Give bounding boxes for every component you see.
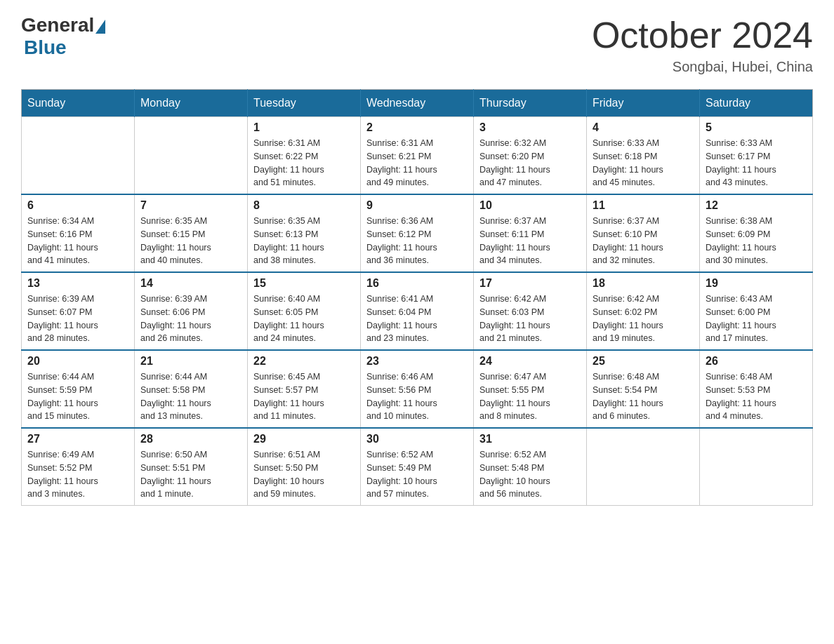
logo: General Blue [21,14,105,59]
calendar-week-row: 6Sunrise: 6:34 AM Sunset: 6:16 PM Daylig… [22,194,813,272]
day-info: Sunrise: 6:34 AM Sunset: 6:16 PM Dayligh… [27,215,128,267]
day-number: 2 [366,121,468,134]
day-info: Sunrise: 6:38 AM Sunset: 6:09 PM Dayligh… [706,215,807,267]
logo-blue-text: Blue [24,36,67,59]
day-number: 13 [27,277,128,290]
calendar-cell: 29Sunrise: 6:51 AM Sunset: 5:50 PM Dayli… [248,428,361,506]
calendar-week-row: 13Sunrise: 6:39 AM Sunset: 6:07 PM Dayli… [22,272,813,350]
day-number: 28 [140,433,241,445]
page-header: General Blue October 2024 Songbai, Hubei… [21,14,813,75]
day-info: Sunrise: 6:41 AM Sunset: 6:04 PM Dayligh… [366,293,468,345]
day-number: 21 [140,355,241,368]
day-info: Sunrise: 6:48 AM Sunset: 5:53 PM Dayligh… [706,370,807,423]
day-number: 27 [27,433,128,445]
logo-triangle-icon [95,20,105,34]
calendar-cell: 22Sunrise: 6:45 AM Sunset: 5:57 PM Dayli… [248,350,361,428]
calendar-cell: 30Sunrise: 6:52 AM Sunset: 5:49 PM Dayli… [361,428,474,506]
day-number: 10 [479,199,581,212]
calendar-cell: 2Sunrise: 6:31 AM Sunset: 6:21 PM Daylig… [361,117,474,195]
day-number: 20 [27,355,128,368]
calendar-cell: 28Sunrise: 6:50 AM Sunset: 5:51 PM Dayli… [135,428,248,506]
day-of-week-header: Thursday [474,90,587,117]
month-title: October 2024 [592,14,813,56]
day-info: Sunrise: 6:46 AM Sunset: 5:56 PM Dayligh… [366,370,468,423]
calendar-table: SundayMondayTuesdayWednesdayThursdayFrid… [21,89,813,506]
day-of-week-header: Friday [587,90,700,117]
calendar-cell: 23Sunrise: 6:46 AM Sunset: 5:56 PM Dayli… [361,350,474,428]
calendar-cell [587,428,700,506]
day-number: 6 [27,199,128,212]
day-info: Sunrise: 6:31 AM Sunset: 6:21 PM Dayligh… [366,137,468,189]
day-number: 7 [140,199,241,212]
day-info: Sunrise: 6:52 AM Sunset: 5:48 PM Dayligh… [479,448,581,501]
day-of-week-header: Saturday [700,90,813,117]
day-number: 1 [253,121,355,134]
calendar-cell: 14Sunrise: 6:39 AM Sunset: 6:06 PM Dayli… [135,272,248,350]
calendar-cell [22,117,135,195]
day-number: 8 [253,199,355,212]
day-number: 4 [593,121,694,134]
day-number: 26 [706,355,807,368]
calendar-cell: 4Sunrise: 6:33 AM Sunset: 6:18 PM Daylig… [587,117,700,195]
day-number: 23 [366,355,468,368]
day-info: Sunrise: 6:50 AM Sunset: 5:51 PM Dayligh… [140,448,241,501]
day-info: Sunrise: 6:42 AM Sunset: 6:03 PM Dayligh… [479,293,581,345]
calendar-cell: 31Sunrise: 6:52 AM Sunset: 5:48 PM Dayli… [474,428,587,506]
day-info: Sunrise: 6:39 AM Sunset: 6:07 PM Dayligh… [27,293,128,345]
calendar-cell: 15Sunrise: 6:40 AM Sunset: 6:05 PM Dayli… [248,272,361,350]
calendar-cell: 13Sunrise: 6:39 AM Sunset: 6:07 PM Dayli… [22,272,135,350]
day-number: 5 [706,121,807,134]
day-info: Sunrise: 6:39 AM Sunset: 6:06 PM Dayligh… [140,293,241,345]
calendar-cell: 11Sunrise: 6:37 AM Sunset: 6:10 PM Dayli… [587,194,700,272]
day-info: Sunrise: 6:37 AM Sunset: 6:11 PM Dayligh… [479,215,581,267]
day-number: 24 [479,355,581,368]
day-number: 29 [253,433,355,445]
title-area: October 2024 Songbai, Hubei, China [592,14,813,75]
day-info: Sunrise: 6:31 AM Sunset: 6:22 PM Dayligh… [253,137,355,189]
day-number: 31 [479,433,581,445]
day-of-week-header: Sunday [22,90,135,117]
calendar-cell: 24Sunrise: 6:47 AM Sunset: 5:55 PM Dayli… [474,350,587,428]
calendar-cell: 5Sunrise: 6:33 AM Sunset: 6:17 PM Daylig… [700,117,813,195]
day-number: 19 [706,277,807,290]
day-info: Sunrise: 6:35 AM Sunset: 6:13 PM Dayligh… [253,215,355,267]
day-info: Sunrise: 6:35 AM Sunset: 6:15 PM Dayligh… [140,215,241,267]
day-info: Sunrise: 6:37 AM Sunset: 6:10 PM Dayligh… [593,215,694,267]
day-of-week-header: Monday [135,90,248,117]
day-number: 16 [366,277,468,290]
calendar-cell: 7Sunrise: 6:35 AM Sunset: 6:15 PM Daylig… [135,194,248,272]
day-info: Sunrise: 6:47 AM Sunset: 5:55 PM Dayligh… [479,370,581,423]
day-info: Sunrise: 6:40 AM Sunset: 6:05 PM Dayligh… [253,293,355,345]
day-info: Sunrise: 6:43 AM Sunset: 6:00 PM Dayligh… [706,293,807,345]
day-number: 9 [366,199,468,212]
calendar-cell: 27Sunrise: 6:49 AM Sunset: 5:52 PM Dayli… [22,428,135,506]
calendar-cell [135,117,248,195]
day-number: 15 [253,277,355,290]
day-info: Sunrise: 6:44 AM Sunset: 5:59 PM Dayligh… [27,370,128,423]
day-of-week-header: Tuesday [248,90,361,117]
calendar-week-row: 20Sunrise: 6:44 AM Sunset: 5:59 PM Dayli… [22,350,813,428]
day-info: Sunrise: 6:42 AM Sunset: 6:02 PM Dayligh… [593,293,694,345]
day-number: 3 [479,121,581,134]
day-number: 14 [140,277,241,290]
calendar-cell: 19Sunrise: 6:43 AM Sunset: 6:00 PM Dayli… [700,272,813,350]
day-info: Sunrise: 6:48 AM Sunset: 5:54 PM Dayligh… [593,370,694,423]
day-info: Sunrise: 6:32 AM Sunset: 6:20 PM Dayligh… [479,137,581,189]
day-number: 12 [706,199,807,212]
calendar-cell: 18Sunrise: 6:42 AM Sunset: 6:02 PM Dayli… [587,272,700,350]
day-info: Sunrise: 6:49 AM Sunset: 5:52 PM Dayligh… [27,448,128,501]
calendar-header-row: SundayMondayTuesdayWednesdayThursdayFrid… [22,90,813,117]
calendar-cell: 1Sunrise: 6:31 AM Sunset: 6:22 PM Daylig… [248,117,361,195]
calendar-cell: 26Sunrise: 6:48 AM Sunset: 5:53 PM Dayli… [700,350,813,428]
day-info: Sunrise: 6:36 AM Sunset: 6:12 PM Dayligh… [366,215,468,267]
day-number: 17 [479,277,581,290]
day-number: 22 [253,355,355,368]
day-info: Sunrise: 6:33 AM Sunset: 6:18 PM Dayligh… [593,137,694,189]
calendar-cell: 20Sunrise: 6:44 AM Sunset: 5:59 PM Dayli… [22,350,135,428]
calendar-week-row: 27Sunrise: 6:49 AM Sunset: 5:52 PM Dayli… [22,428,813,506]
day-info: Sunrise: 6:51 AM Sunset: 5:50 PM Dayligh… [253,448,355,501]
logo-general-text: General [21,14,94,36]
day-info: Sunrise: 6:45 AM Sunset: 5:57 PM Dayligh… [253,370,355,423]
day-info: Sunrise: 6:33 AM Sunset: 6:17 PM Dayligh… [706,137,807,189]
calendar-cell: 21Sunrise: 6:44 AM Sunset: 5:58 PM Dayli… [135,350,248,428]
